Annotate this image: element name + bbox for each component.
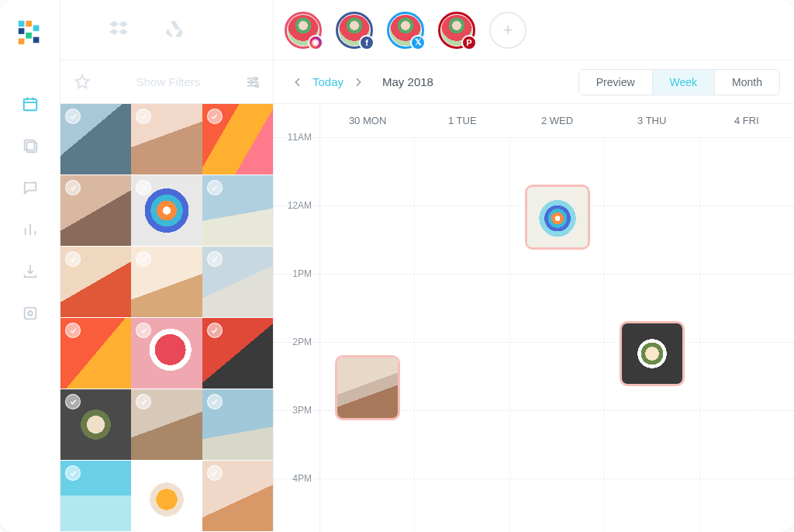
app-logo[interactable] [15,17,46,48]
svg-rect-3 [33,26,39,32]
post-thumbnail [337,358,398,418]
thumb-select[interactable] [136,180,151,195]
calendar-grid[interactable]: 30 MON1 TUE2 WED3 THU4 FRI AutoAutoAuto [320,104,794,532]
svg-point-12 [254,77,257,80]
account-pinterest[interactable]: P [438,12,475,49]
thumb-select[interactable] [207,323,223,338]
preview-icon [22,305,39,322]
time-label: 12AM [274,206,319,275]
nav-chat[interactable] [13,171,47,205]
thumb-select[interactable] [207,394,223,409]
nav-calendar[interactable] [13,87,47,121]
thumb-select[interactable] [136,465,151,481]
media-thumb[interactable] [131,389,202,460]
account-instagram[interactable]: ◉ [285,12,322,49]
prev-period[interactable] [288,72,308,92]
favorite-filter[interactable] [71,71,93,93]
view-preview[interactable]: Preview [579,70,653,95]
thumb-select[interactable] [136,394,151,409]
thumb-select[interactable] [65,394,81,409]
facebook-badge-icon: f [359,35,375,50]
media-thumb[interactable] [60,175,131,246]
check-icon [210,184,219,192]
media-thumb[interactable] [131,247,202,317]
media-thumb[interactable] [202,318,273,389]
drive-source[interactable] [160,16,188,44]
app-root: Show Filters ◉f𝕏P+ Today May 2018 Previe… [0,0,794,532]
thumb-select[interactable] [207,251,223,267]
thumb-select[interactable] [207,180,223,195]
dropbox-source[interactable] [105,16,133,44]
media-thumb[interactable] [60,389,131,460]
time-gutter: 11AM12AM1PM2PM3PM4PM [274,104,320,532]
media-thumb[interactable] [131,175,202,246]
day-header: 2 WED [509,104,604,138]
nav-gallery[interactable] [13,129,47,163]
today-link[interactable]: Today [312,75,343,88]
time-label: 1PM [274,275,319,343]
svg-rect-7 [23,99,36,111]
scheduled-post[interactable]: Auto [620,321,685,386]
main-area: ◉f𝕏P+ Today May 2018 Preview Week Month … [274,0,794,532]
media-thumb[interactable] [131,318,202,389]
svg-rect-1 [26,21,32,27]
scheduled-post[interactable]: Auto [335,355,400,420]
thumb-select[interactable] [65,180,81,195]
check-icon [210,469,219,478]
thumb-select[interactable] [65,323,81,338]
thumb-select[interactable] [207,109,223,124]
calendar-icon [22,95,39,112]
media-thumb[interactable] [202,175,273,246]
account-twitter[interactable]: 𝕏 [387,12,424,49]
add-account-button[interactable]: + [489,12,526,49]
thumb-select[interactable] [136,323,151,338]
check-icon [140,112,148,121]
instagram-badge-icon: ◉ [308,35,323,50]
media-thumb[interactable] [202,104,273,174]
day-header: 1 TUE [415,104,509,138]
post-thumbnail [622,323,682,384]
thumb-select[interactable] [65,465,81,481]
svg-rect-2 [18,28,24,34]
view-month[interactable]: Month [715,70,779,95]
thumb-select[interactable] [136,251,151,267]
media-thumb[interactable] [60,318,131,389]
thumb-select[interactable] [207,465,223,481]
next-period[interactable] [348,72,368,92]
time-label: 3PM [274,411,319,479]
media-thumb[interactable] [60,247,131,317]
media-thumb[interactable] [60,104,131,174]
media-thumb[interactable] [60,461,131,531]
media-thumb[interactable] [202,461,273,531]
check-icon [69,326,78,335]
check-icon [210,255,219,264]
dropbox-icon [107,18,132,43]
show-filters-button[interactable]: Show Filters [104,75,233,88]
nav-download[interactable] [13,254,47,288]
media-thumb[interactable] [202,247,273,317]
media-thumb[interactable] [131,104,202,174]
gallery-icon [22,137,39,154]
check-icon [140,398,148,406]
account-facebook[interactable]: f [336,12,373,49]
drive-icon [161,18,186,43]
nav-analytics[interactable] [13,212,47,247]
nav-preview[interactable] [13,296,47,330]
pinterest-badge-icon: P [461,35,477,50]
check-icon [140,469,148,478]
scheduled-post[interactable]: Auto [525,185,590,250]
media-grid [60,104,273,532]
media-thumb[interactable] [202,389,273,460]
media-thumb[interactable] [131,461,202,531]
check-icon [140,255,148,264]
view-week[interactable]: Week [653,70,716,95]
thumb-select[interactable] [65,251,81,267]
media-panel: Show Filters [60,0,274,532]
media-filter-bar: Show Filters [60,60,273,104]
check-icon [140,326,148,335]
thumb-select[interactable] [65,109,81,124]
filter-settings[interactable] [243,73,262,92]
thumb-select[interactable] [136,109,151,124]
calendar-toolbar: Today May 2018 Preview Week Month [274,60,794,104]
check-icon [140,184,148,192]
